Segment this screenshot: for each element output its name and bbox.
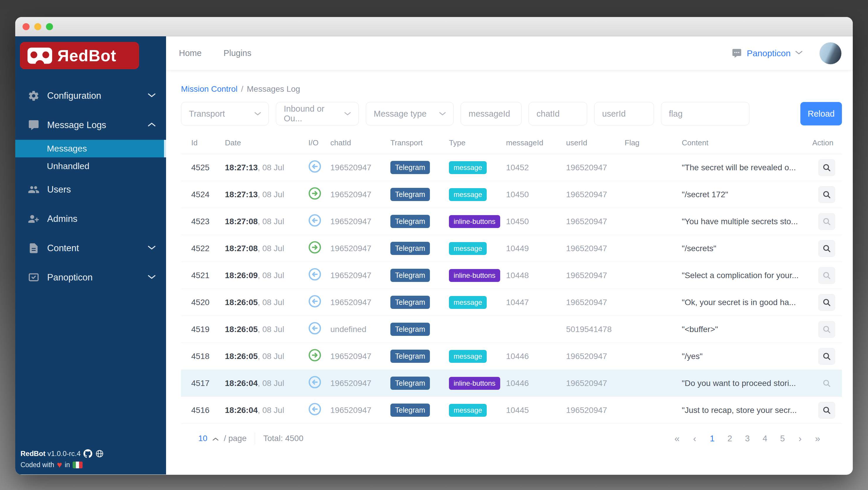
sidebar-item-configuration[interactable]: Configuration	[15, 81, 166, 111]
messageid-filter-input[interactable]	[461, 102, 522, 125]
footer-app-name: RedBot	[21, 450, 45, 458]
cell-type: message	[449, 350, 506, 363]
app-logo[interactable]: ЯedBot	[20, 42, 139, 69]
cell-content: "/yes"	[682, 352, 804, 361]
sidebar-item-label: Users	[47, 184, 71, 195]
sidebar-item-message-logs[interactable]: Message Logs	[15, 111, 166, 140]
cell-id: 4520	[191, 298, 225, 307]
table-row: 4518 18:26:05, 08 Jul 196520947 Telegram…	[181, 343, 842, 370]
chatid-filter-input[interactable]	[529, 102, 587, 125]
footer-version: v1.0.0-rc.4	[48, 450, 81, 458]
type-badge: message	[449, 350, 487, 363]
sidebar-item-content[interactable]: Content	[15, 234, 166, 263]
cell-time: 18:26:05	[225, 298, 258, 307]
cell-messageid: 10450	[506, 217, 566, 226]
sidebar-subitem-unhandled[interactable]: Unhandled	[15, 157, 166, 175]
inspect-message-button[interactable]	[818, 240, 835, 257]
inspect-message-button[interactable]	[818, 321, 835, 338]
cell-date-suffix: , 08 Jul	[258, 244, 284, 253]
cell-transport: Telegram	[391, 296, 449, 309]
cell-id: 4521	[191, 271, 225, 280]
globe-icon[interactable]	[95, 449, 104, 458]
cell-date-suffix: , 08 Jul	[258, 190, 284, 199]
transport-filter-select[interactable]: Transport	[181, 102, 269, 125]
cell-action	[804, 402, 838, 419]
inspect-message-button[interactable]	[818, 375, 835, 392]
page-size-select[interactable]: 10 / page	[198, 434, 247, 443]
cell-io	[308, 349, 330, 364]
inbound-outbound-filter-select[interactable]: Inbound or Ou...	[276, 102, 359, 125]
next-page-button[interactable]: ›	[793, 433, 807, 444]
vr-goggles-icon	[27, 47, 53, 64]
cell-date: 18:27:13, 08 Jul	[225, 163, 308, 172]
sidebar-item-users[interactable]: Users	[15, 175, 166, 204]
sidebar-item-admins[interactable]: Admins	[15, 204, 166, 234]
chevron-up-icon	[148, 122, 155, 128]
bot-selector[interactable]: Panopticon	[732, 48, 802, 59]
cell-chatid: 196520947	[330, 379, 391, 388]
page-number-4[interactable]: 4	[758, 434, 772, 443]
cell-id: 4524	[191, 190, 225, 199]
page-number-2[interactable]: 2	[723, 434, 737, 443]
cell-userid: 196520947	[566, 379, 625, 388]
column-header-userid: userId	[566, 138, 625, 147]
flag-filter-input[interactable]	[661, 102, 749, 125]
cell-chatid: 196520947	[330, 217, 391, 226]
comment-icon	[28, 119, 39, 131]
github-icon[interactable]	[84, 449, 92, 458]
top-navbar: Home Plugins Panopticon	[166, 36, 853, 70]
cell-date: 18:26:04, 08 Jul	[225, 406, 308, 415]
breadcrumb-link-mission-control[interactable]: Mission Control	[181, 84, 238, 94]
page-number-1[interactable]: 1	[706, 434, 719, 443]
cell-date-suffix: , 08 Jul	[258, 298, 284, 307]
page-number-5[interactable]: 5	[776, 434, 789, 443]
sidebar-subitem-label: Messages	[47, 144, 87, 153]
inspect-message-button[interactable]	[818, 267, 835, 284]
cell-messageid: 10452	[506, 163, 566, 172]
inspect-message-button[interactable]	[818, 213, 835, 230]
close-window-button[interactable]	[23, 23, 30, 30]
minimize-window-button[interactable]	[34, 23, 41, 30]
inspect-message-button[interactable]	[818, 402, 835, 419]
cell-date: 18:26:05, 08 Jul	[225, 298, 308, 307]
first-page-button[interactable]: «	[670, 433, 684, 444]
inspect-message-button[interactable]	[818, 348, 835, 365]
nav-link-home[interactable]: Home	[179, 48, 202, 58]
cell-time: 18:26:04	[225, 379, 258, 388]
sidebar-subitem-messages[interactable]: Messages	[15, 140, 166, 157]
cell-transport: Telegram	[391, 404, 449, 417]
cell-action	[804, 294, 838, 311]
pagination-bar: 10 / page Total: 4500 « ‹ 1 2 3 4 5	[181, 433, 842, 444]
type-badge: message	[449, 296, 487, 309]
inspect-message-button[interactable]	[818, 294, 835, 311]
inspect-message-button[interactable]	[818, 159, 835, 176]
maximize-window-button[interactable]	[46, 23, 53, 30]
page-number-3[interactable]: 3	[741, 434, 754, 443]
cell-userid: 196520947	[566, 298, 625, 307]
select-placeholder: Transport	[189, 109, 225, 119]
inspect-message-button[interactable]	[818, 186, 835, 203]
reload-button[interactable]: Reload	[800, 102, 842, 125]
inbound-arrow-icon	[308, 295, 321, 308]
cell-content: "Do you want to proceed stori...	[682, 379, 804, 388]
type-badge: inline-buttons	[449, 377, 500, 390]
nav-link-plugins[interactable]: Plugins	[223, 48, 251, 58]
cell-type: inline-buttons	[449, 269, 506, 282]
cell-userid: 196520947	[566, 352, 625, 361]
transport-badge: Telegram	[391, 188, 430, 201]
cell-messageid: 10446	[506, 352, 566, 361]
inbound-arrow-icon	[308, 376, 321, 388]
page-size-value[interactable]: 10	[198, 434, 207, 443]
last-page-button[interactable]: »	[811, 433, 825, 444]
message-type-filter-select[interactable]: Message type	[366, 102, 454, 125]
cell-type: message	[449, 296, 506, 309]
logo-text: ЯedBot	[57, 46, 116, 65]
prev-page-button[interactable]: ‹	[688, 433, 701, 444]
cell-time: 18:27:13	[225, 163, 258, 172]
type-badge: message	[449, 242, 487, 255]
sidebar-item-panopticon[interactable]: Panopticon	[15, 263, 166, 292]
userid-filter-input[interactable]	[594, 102, 654, 125]
user-avatar[interactable]	[819, 42, 842, 64]
table-row: 4525 18:27:13, 08 Jul 196520947 Telegram…	[181, 154, 842, 181]
total-count-label: Total: 4500	[263, 434, 303, 443]
